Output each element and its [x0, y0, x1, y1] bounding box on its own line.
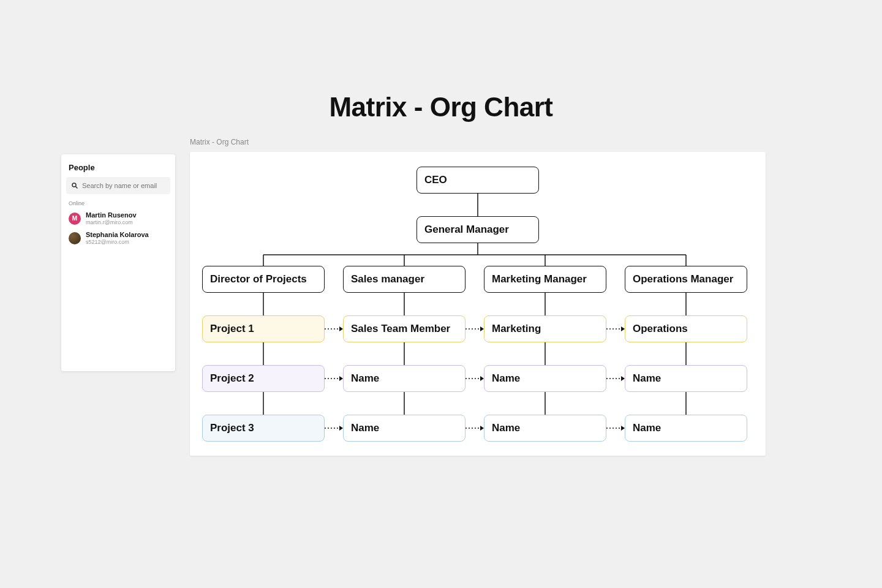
org-node-cell[interactable]: Name — [484, 365, 606, 392]
org-node-operations-manager[interactable]: Operations Manager — [625, 266, 747, 293]
person-item[interactable]: M Martin Rusenov martin.r@miro.com — [66, 209, 170, 228]
org-node-cell[interactable]: Sales Team Member — [343, 315, 466, 342]
svg-line-1 — [76, 187, 78, 189]
org-node-cell[interactable]: Name — [625, 365, 747, 392]
org-node-cell[interactable]: Name — [343, 365, 466, 392]
search-icon — [71, 182, 78, 189]
org-node-cell[interactable]: Marketing — [484, 315, 606, 342]
org-node-project-3[interactable]: Project 3 — [202, 415, 325, 442]
org-node-ceo[interactable]: CEO — [417, 167, 539, 194]
org-node-project-2[interactable]: Project 2 — [202, 365, 325, 392]
people-search-input[interactable] — [82, 182, 165, 189]
org-node-project-1[interactable]: Project 1 — [202, 315, 325, 342]
people-search[interactable] — [66, 177, 170, 194]
diagram-canvas[interactable]: .wire { stroke:#111; stroke-width:1.5; f… — [190, 152, 766, 456]
org-node-cell[interactable]: Name — [484, 415, 606, 442]
page-title: Matrix - Org Chart — [0, 92, 882, 123]
person-name: Martin Rusenov — [86, 211, 137, 219]
org-node-cell[interactable]: Operations — [625, 315, 747, 342]
frame-label: Matrix - Org Chart — [190, 138, 249, 146]
people-panel: People Online M Martin Rusenov martin.r@… — [61, 154, 175, 371]
avatar — [69, 232, 81, 244]
svg-point-0 — [72, 183, 76, 187]
people-panel-title: People — [66, 162, 170, 177]
person-name: Stephania Kolarova — [86, 231, 149, 239]
diagram-connectors: .wire { stroke:#111; stroke-width:1.5; f… — [190, 152, 766, 456]
people-section-online-label: Online — [66, 194, 170, 209]
org-node-director-of-projects[interactable]: Director of Projects — [202, 266, 325, 293]
org-node-cell[interactable]: Name — [343, 415, 466, 442]
person-item[interactable]: Stephania Kolarova s5212@miro.com — [66, 228, 170, 248]
org-node-general-manager[interactable]: General Manager — [417, 216, 539, 243]
person-email: s5212@miro.com — [86, 239, 149, 246]
org-node-sales-manager[interactable]: Sales manager — [343, 266, 466, 293]
person-email: martin.r@miro.com — [86, 219, 137, 226]
org-node-cell[interactable]: Name — [625, 415, 747, 442]
org-node-marketing-manager[interactable]: Marketing Manager — [484, 266, 606, 293]
avatar: M — [69, 213, 81, 225]
